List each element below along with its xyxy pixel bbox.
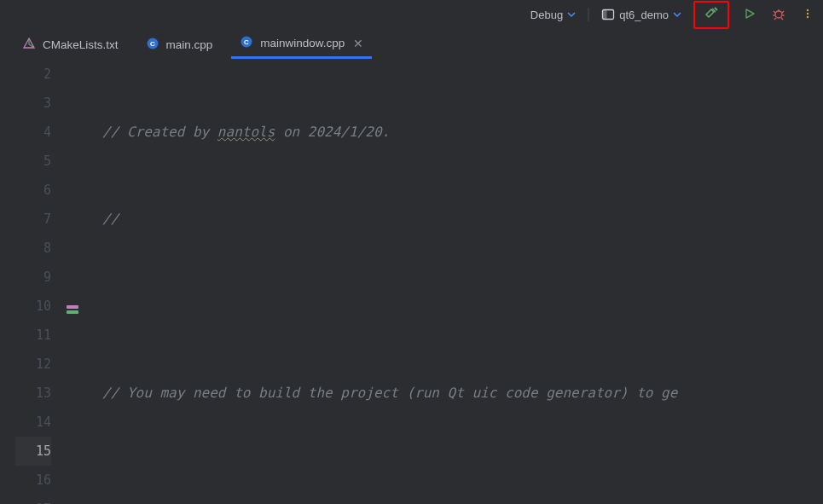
tab-mainwindow-cpp[interactable]: C mainwindow.cpp ✕ bbox=[231, 30, 372, 59]
editor-tabs: CMakeLists.txt C main.cpp C mainwindow.c… bbox=[0, 29, 823, 60]
toolbar-separator bbox=[588, 8, 589, 21]
line-number: 13 bbox=[15, 379, 51, 408]
more-actions-button[interactable] bbox=[799, 6, 816, 23]
line-number: 10 bbox=[15, 292, 51, 321]
code-line: // bbox=[102, 205, 823, 234]
line-number: 7 bbox=[15, 205, 51, 234]
svg-rect-11 bbox=[67, 310, 78, 314]
line-number: 16 bbox=[15, 466, 51, 495]
svg-rect-1 bbox=[603, 10, 607, 20]
play-icon bbox=[744, 8, 756, 22]
kebab-icon bbox=[802, 8, 814, 22]
tab-label: CMakeLists.txt bbox=[43, 38, 119, 51]
tab-label: mainwindow.cpp bbox=[260, 37, 345, 49]
line-number: 8 bbox=[15, 234, 51, 263]
line-number: 14 bbox=[15, 408, 51, 437]
svg-point-3 bbox=[807, 9, 809, 10]
run-button[interactable] bbox=[741, 6, 758, 23]
line-number: 5 bbox=[15, 147, 51, 176]
run-target-label: qt6_demo bbox=[619, 9, 669, 21]
line-number: 4 bbox=[15, 118, 51, 147]
build-button[interactable] bbox=[693, 1, 729, 29]
build-config-label: Debug bbox=[530, 9, 563, 21]
tab-main-cpp[interactable]: C main.cpp bbox=[137, 32, 222, 58]
main-toolbar: Debug qt6_demo bbox=[0, 0, 823, 29]
tab-cmakelists[interactable]: CMakeLists.txt bbox=[14, 32, 127, 58]
bug-icon bbox=[772, 7, 785, 23]
build-config-dropdown[interactable]: Debug bbox=[530, 9, 576, 21]
chevron-down-icon bbox=[673, 9, 681, 21]
debug-button[interactable] bbox=[770, 6, 787, 23]
code-line bbox=[102, 466, 823, 495]
cpp-file-icon: C bbox=[240, 35, 253, 51]
line-number: 17 bbox=[15, 495, 51, 504]
cpp-file-icon: C bbox=[146, 37, 159, 53]
line-number-gutter: 2 3 4 5 6 7 8 9 10 11 12 13 14 15 16 17 bbox=[15, 60, 63, 504]
svg-point-5 bbox=[807, 15, 809, 17]
line-number: 6 bbox=[15, 176, 51, 205]
code-line: // You may need to build the project (ru… bbox=[102, 379, 823, 408]
panel-icon bbox=[601, 8, 615, 21]
run-target-dropdown[interactable]: qt6_demo bbox=[601, 8, 681, 21]
line-number: 3 bbox=[15, 89, 51, 118]
breakpoint-strip[interactable] bbox=[0, 60, 15, 504]
implements-icon[interactable] bbox=[65, 298, 80, 314]
code-editor[interactable]: 2 3 4 5 6 7 8 9 10 11 12 13 14 15 16 17 … bbox=[0, 60, 823, 504]
line-number: 9 bbox=[15, 263, 51, 292]
code-line bbox=[102, 292, 823, 321]
svg-text:C: C bbox=[150, 40, 155, 48]
svg-rect-10 bbox=[67, 305, 78, 309]
line-number: 2 bbox=[15, 60, 51, 89]
chevron-down-icon bbox=[567, 9, 576, 21]
svg-text:C: C bbox=[244, 38, 249, 46]
close-tab-button[interactable]: ✕ bbox=[351, 37, 363, 50]
line-number: 11 bbox=[15, 321, 51, 350]
cmake-file-icon bbox=[22, 37, 36, 53]
tab-label: main.cpp bbox=[166, 38, 213, 51]
svg-point-4 bbox=[807, 12, 809, 14]
line-number: 15 bbox=[15, 437, 51, 466]
code-area[interactable]: // Created by nantols on 2024/1/20. // /… bbox=[87, 60, 823, 504]
code-line: // Created by nantols on 2024/1/20. bbox=[102, 118, 823, 147]
gutter-icons bbox=[63, 60, 87, 504]
line-number: 12 bbox=[15, 350, 51, 379]
svg-point-2 bbox=[775, 11, 782, 18]
hammer-icon bbox=[704, 6, 719, 24]
